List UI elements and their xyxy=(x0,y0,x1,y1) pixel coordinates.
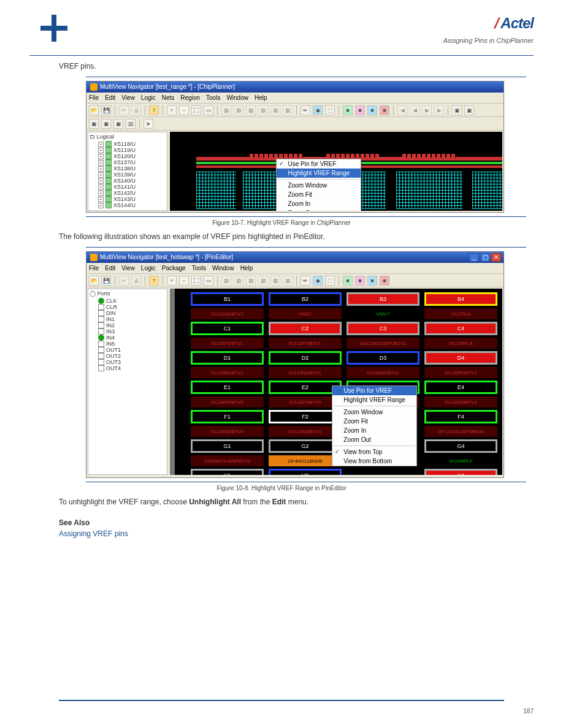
fig-divider-bot xyxy=(86,216,526,217)
pin-c3[interactable]: C3 xyxy=(347,322,419,335)
pin-g2[interactable]: G2 xyxy=(269,439,342,453)
pin-c4[interactable]: C4 xyxy=(424,322,497,335)
pin-e4[interactable]: E4 xyxy=(424,381,497,394)
menu-zoom-out[interactable]: Zoom Out xyxy=(332,435,416,444)
section-title: Assigning Pins in ChipPlanner xyxy=(443,37,534,44)
pin-h1[interactable]: H1 xyxy=(191,469,264,475)
menu-view-from-top[interactable]: View from Top xyxy=(332,447,416,457)
window-titlebar: MultiView Navigator [test_hotswap *] - [… xyxy=(86,252,504,263)
pointer-icon[interactable]: ➤ xyxy=(144,119,153,129)
intro-text: VREF pins. xyxy=(59,61,519,72)
page-footer: 187 xyxy=(0,708,563,715)
pin-f4[interactable]: F4 xyxy=(424,410,497,423)
footer-rule xyxy=(59,700,504,701)
window-title: MultiView Navigator [test_range *] - [Ch… xyxy=(100,82,235,93)
menu-zoom-in[interactable]: Zoom In xyxy=(277,199,361,208)
menu-zoom-fit[interactable]: Zoom Fit xyxy=(277,190,361,199)
toolbar-row-1[interactable]: 📂 💾 ✂ 🖨 ? + − ⛶ ▭ ▦▦▦▦▦▦ ✏ ◆ ⬚ ■■■■ ◀◀▶▶… xyxy=(86,104,504,117)
maximize-button[interactable]: ▢ xyxy=(480,253,490,262)
pin-f2[interactable]: F2 xyxy=(269,410,342,423)
see-also-link[interactable]: Assigning VREF pins xyxy=(59,529,128,538)
pin-c1[interactable]: C1 xyxy=(191,322,264,335)
menubar[interactable]: FileEditViewLogicPackageToolsWindowHelp xyxy=(86,263,504,274)
pin-d1[interactable]: D1 xyxy=(191,351,264,365)
tree-root[interactable]: 🗀 Logical xyxy=(90,134,166,140)
close-button[interactable]: ✕ xyxy=(491,253,501,262)
divider xyxy=(29,55,534,56)
screenshot-pineditor: MultiView Navigator [test_hotswap *] - [… xyxy=(86,251,504,478)
menu-highlight-vref-range[interactable]: Highlight VREF Range xyxy=(332,395,416,404)
toolbar-row-2[interactable]: ▣▣▣▤ ➤ xyxy=(86,117,504,131)
pin-h4[interactable]: H4 xyxy=(424,469,497,475)
screenshot-chipplanner: MultiView Navigator [test_range *] - [Ch… xyxy=(86,81,504,213)
pin-b1[interactable]: B1 xyxy=(191,292,264,306)
zoom-in-icon[interactable]: + xyxy=(167,105,177,115)
context-menu[interactable]: Use Pin for VREF Highlight VREF Range Zo… xyxy=(332,385,417,466)
figure2-caption: Figure 10-8. Highlight VREF Range in Pin… xyxy=(0,485,563,491)
window-title: MultiView Navigator [test_hotswap *] - [… xyxy=(100,252,233,263)
fig2-divider-top xyxy=(86,247,526,248)
logical-tree-panel[interactable]: 🗀 Logical XS118/U XS119/U XS120/U XS137/… xyxy=(88,132,167,211)
chip-canvas[interactable]: Use Pin for VREF Highlight VREF Range Zo… xyxy=(170,132,502,211)
svg-rect-1 xyxy=(52,15,56,42)
toolbar[interactable]: 📂💾 ✂🖨 ? +−⛶▭ ▦▦▦▦▦▦ ✏◆⬚ ■■■■ xyxy=(86,274,504,287)
zoom-fit-icon[interactable]: ⛶ xyxy=(191,105,201,115)
pin-e1[interactable]: E1 xyxy=(191,381,264,394)
zoom-out-icon[interactable]: − xyxy=(179,105,189,115)
context-menu[interactable]: Use Pin for VREF Highlight VREF Range Zo… xyxy=(276,159,361,211)
see-also: See Also Assigning VREF pins xyxy=(59,517,519,539)
ports-tree-panel[interactable]: ◯ Ports CLK CLR DIN IN1 IN2 IN3 IN4 IN5 … xyxy=(88,289,167,475)
menu-zoom-fit[interactable]: Zoom Fit xyxy=(332,417,416,426)
page-header: /Actel Assigning Pins in ChipPlanner xyxy=(0,0,563,55)
app-icon xyxy=(90,254,98,261)
menu-highlight-vref-range[interactable]: Highlight VREF Range xyxy=(277,169,361,178)
window-titlebar: MultiView Navigator [test_range *] - [Ch… xyxy=(86,82,504,93)
pin-f1[interactable]: F1 xyxy=(191,410,264,423)
minimize-button[interactable]: _ xyxy=(469,253,479,262)
menu-zoom-window[interactable]: Zoom Window xyxy=(277,181,361,190)
menubar[interactable]: FileEditViewLogicNetsRegionToolsWindowHe… xyxy=(86,93,504,104)
document-corner-mark xyxy=(40,15,67,42)
tail-text-1: To unhighlight the VREF range, choose Un… xyxy=(59,496,519,507)
open-icon[interactable]: 📂 xyxy=(89,105,99,115)
pin-d4[interactable]: D4 xyxy=(424,351,497,365)
menu-zoom-out[interactable]: Zoom Out xyxy=(277,208,361,211)
highlight-icon[interactable]: ? xyxy=(149,105,159,115)
app-icon xyxy=(90,83,98,91)
pin-g4[interactable]: G4 xyxy=(424,439,497,453)
pin-b2[interactable]: B2 xyxy=(269,292,342,306)
zoom-window-icon[interactable]: ▭ xyxy=(204,105,213,115)
print-icon[interactable]: 🖨 xyxy=(131,105,141,115)
page-number: 187 xyxy=(523,708,534,715)
menu-zoom-in[interactable]: Zoom In xyxy=(332,426,416,435)
actel-logo: /Actel xyxy=(494,15,534,32)
pin-g1[interactable]: G1 xyxy=(191,439,264,453)
fig-divider-top xyxy=(86,77,526,77)
pin-d3[interactable]: D3 xyxy=(347,351,419,365)
save-icon[interactable]: 💾 xyxy=(101,105,111,115)
cut-icon[interactable]: ✂ xyxy=(119,105,129,115)
menu-use-pin-for-vref[interactable]: Use Pin for VREF xyxy=(277,159,361,169)
pin-h2[interactable]: H2 xyxy=(269,469,342,475)
middle-text: The following illustration shows an exam… xyxy=(59,231,519,242)
fig2-divider-bot xyxy=(86,482,526,482)
pin-b3[interactable]: B3 xyxy=(347,292,419,306)
menu-view-from-bottom[interactable]: View from Bottom xyxy=(332,457,416,466)
figure1-caption: Figure 10-7. Highlight VREF Range in Chi… xyxy=(0,219,563,226)
pin-c2[interactable]: C2 xyxy=(269,322,342,335)
menu-zoom-window[interactable]: Zoom Window xyxy=(332,408,416,417)
pin-e2[interactable]: E2 xyxy=(269,381,342,394)
pin-d2[interactable]: D2 xyxy=(269,351,342,365)
pin-b4[interactable]: B4 xyxy=(424,292,497,306)
pin-canvas[interactable]: B1 B2 B3 B4 IO131NDB7V1VREFVMV7VCCPLA C1… xyxy=(170,289,502,475)
menu-use-pin-for-vref[interactable]: Use Pin for VREF xyxy=(332,386,416,395)
